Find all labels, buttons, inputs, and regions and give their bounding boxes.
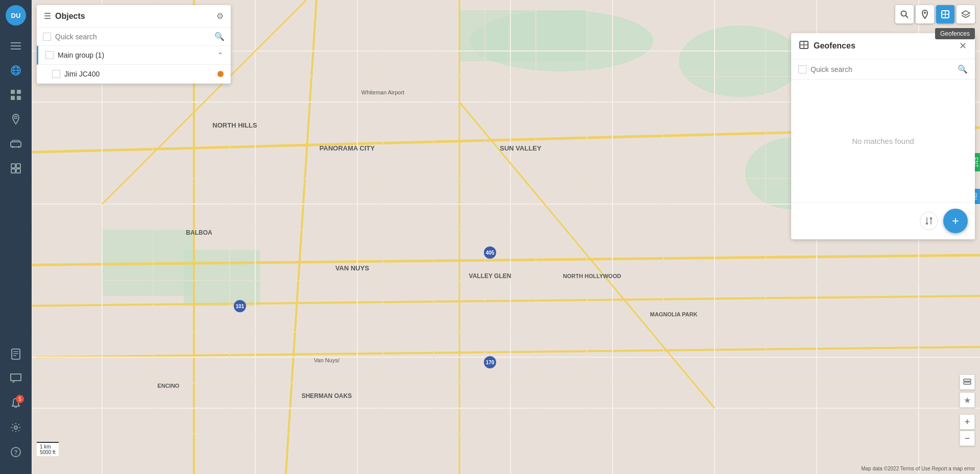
- toolbar-search-button[interactable]: [895, 5, 914, 23]
- top-right-toolbar: [895, 5, 975, 23]
- geofences-empty-message: No matches found: [791, 80, 975, 202]
- svg-text:101: 101: [236, 304, 244, 309]
- svg-text:VAN NUYS: VAN NUYS: [335, 264, 370, 272]
- sidebar-item-plugins[interactable]: [6, 158, 26, 179]
- svg-text:SUN VALLEY: SUN VALLEY: [500, 144, 542, 152]
- sidebar-item-vehicles[interactable]: [6, 134, 26, 154]
- svg-rect-82: [11, 169, 15, 173]
- svg-text:405: 405: [486, 250, 495, 256]
- device-status-indicator: [217, 71, 224, 77]
- svg-rect-2: [459, 10, 587, 61]
- svg-rect-81: [16, 164, 20, 168]
- left-sidebar: DU: [0, 0, 32, 474]
- geofences-search-bar: 🔍: [791, 59, 975, 80]
- svg-text:Whiteman Airport: Whiteman Airport: [361, 89, 404, 95]
- geofences-header-icon: [799, 41, 808, 51]
- svg-point-91: [901, 11, 906, 16]
- sidebar-item-tracking[interactable]: [6, 109, 26, 130]
- svg-rect-73: [17, 90, 21, 94]
- svg-rect-83: [16, 169, 20, 173]
- objects-panel-title: Objects: [55, 12, 216, 21]
- map-scale-km: 1 km: [40, 444, 56, 450]
- objects-search-icon[interactable]: 🔍: [214, 32, 225, 41]
- star-button[interactable]: ★: [960, 392, 975, 408]
- sidebar-item-globe[interactable]: [6, 60, 26, 81]
- geofences-search-icon[interactable]: 🔍: [958, 64, 968, 74]
- svg-rect-74: [11, 96, 15, 100]
- geofences-footer: +: [791, 202, 975, 239]
- svg-text:SHERMAN OAKS: SHERMAN OAKS: [302, 392, 352, 400]
- geofences-close-button[interactable]: ✕: [959, 40, 967, 52]
- device-checkbox[interactable]: [52, 70, 60, 78]
- map-attribution: Map data ©2022 Terms of Use Report a map…: [861, 466, 975, 471]
- svg-rect-66: [11, 48, 21, 49]
- svg-rect-72: [11, 90, 15, 94]
- svg-text:?: ?: [14, 449, 17, 456]
- svg-text:Van Nuys/: Van Nuys/: [314, 357, 340, 363]
- sidebar-item-messages[interactable]: [6, 368, 26, 389]
- geofences-tooltip: Geofences: [935, 28, 975, 39]
- svg-rect-65: [11, 45, 21, 46]
- geofences-panel-title: Geofences: [814, 41, 959, 51]
- toolbar-geofences-button[interactable]: [936, 5, 954, 23]
- sidebar-item-menu[interactable]: [6, 36, 26, 56]
- geofences-select-all-checkbox[interactable]: [798, 65, 806, 73]
- objects-panel-header: ☰ Objects ⚙: [37, 5, 231, 28]
- svg-point-93: [924, 12, 926, 14]
- sidebar-item-dashboard[interactable]: [6, 85, 26, 105]
- objects-settings-icon[interactable]: ⚙: [216, 11, 224, 21]
- geofences-search-input[interactable]: [811, 65, 958, 73]
- sidebar-item-settings[interactable]: [6, 417, 26, 438]
- toolbar-location-button[interactable]: [916, 5, 934, 23]
- objects-menu-icon[interactable]: ☰: [44, 11, 51, 21]
- svg-point-3: [679, 26, 801, 97]
- layers-toggle-button[interactable]: [960, 375, 975, 390]
- objects-select-all-checkbox[interactable]: [43, 33, 51, 41]
- svg-text:NORTH HILLS: NORTH HILLS: [212, 121, 257, 129]
- objects-search-input[interactable]: [55, 33, 214, 41]
- notification-badge: 5: [16, 395, 24, 403]
- sidebar-item-help[interactable]: ?: [6, 442, 26, 462]
- svg-text:VALLEY GLEN: VALLEY GLEN: [469, 272, 511, 280]
- geofences-panel: Geofences ✕ 🔍 No matches found +: [791, 33, 975, 239]
- geofences-add-icon: +: [952, 215, 959, 227]
- sidebar-item-orders[interactable]: [6, 344, 26, 364]
- geofences-add-button[interactable]: +: [943, 209, 968, 233]
- group-label: Main group (1): [58, 51, 217, 59]
- user-avatar[interactable]: DU: [6, 5, 26, 26]
- svg-rect-64: [11, 42, 21, 43]
- svg-text:BALBOA: BALBOA: [186, 229, 212, 236]
- device-name-label: Jimi JC400: [64, 70, 217, 78]
- svg-text:MAGNOLIA PARK: MAGNOLIA PARK: [650, 311, 698, 317]
- svg-rect-100: [964, 379, 971, 381]
- objects-group-row: Main group (1) ⌃: [37, 46, 231, 65]
- svg-rect-84: [12, 349, 20, 359]
- sidebar-item-notifications[interactable]: 5: [6, 393, 26, 413]
- svg-rect-75: [17, 96, 21, 100]
- map-scale: 1 km 5000 ft: [37, 442, 59, 456]
- objects-panel: ☰ Objects ⚙ 🔍 Main group (1) ⌃ Jimi JC40…: [37, 5, 231, 84]
- svg-point-76: [15, 116, 17, 119]
- map-scale-ft: 5000 ft: [40, 450, 56, 455]
- svg-point-88: [14, 426, 17, 429]
- svg-line-92: [906, 16, 909, 18]
- svg-text:PANORAMA CITY: PANORAMA CITY: [320, 144, 375, 152]
- device-row: Jimi JC400: [37, 65, 231, 84]
- svg-rect-80: [11, 164, 15, 168]
- group-collapse-icon[interactable]: ⌃: [217, 51, 224, 59]
- group-checkbox[interactable]: [45, 51, 54, 59]
- svg-point-78: [12, 146, 14, 148]
- svg-point-79: [18, 146, 20, 148]
- toolbar-layers-button[interactable]: [957, 5, 975, 23]
- svg-text:ENCINO: ENCINO: [158, 383, 180, 389]
- geofences-sort-button[interactable]: [920, 212, 938, 230]
- svg-text:NORTH HOLLYWOOD: NORTH HOLLYWOOD: [563, 273, 621, 279]
- svg-rect-5: [184, 250, 260, 306]
- objects-search-bar: 🔍: [37, 28, 231, 46]
- zoom-out-button[interactable]: −: [960, 431, 975, 446]
- svg-rect-101: [964, 382, 971, 384]
- zoom-controls: + −: [960, 414, 975, 446]
- svg-text:170: 170: [486, 360, 495, 365]
- zoom-in-button[interactable]: +: [960, 414, 975, 430]
